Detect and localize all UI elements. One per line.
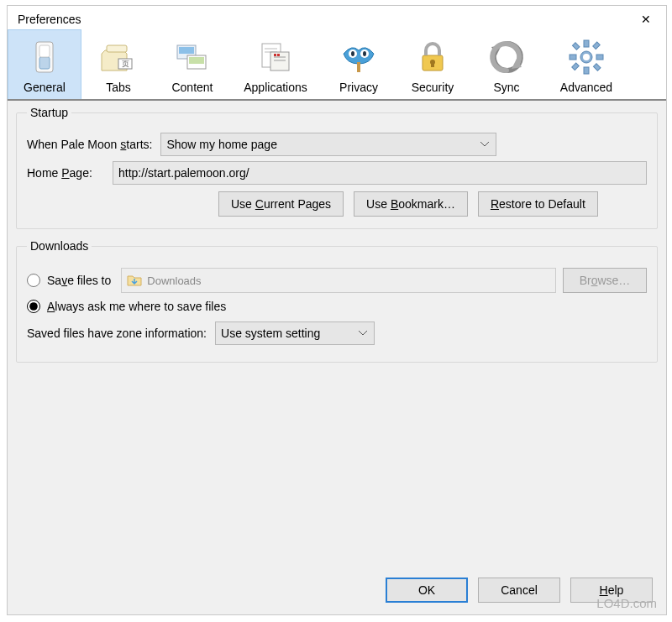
svg-rect-25	[431, 62, 434, 67]
svg-rect-27	[584, 40, 589, 47]
toolbar-general[interactable]: General	[8, 29, 81, 99]
toolbar-content[interactable]: Content	[155, 29, 229, 99]
when-starts-label: When Pale Moon starts:	[27, 138, 152, 151]
toolbar-security-label: Security	[412, 81, 454, 94]
toolbar-privacy-label: Privacy	[339, 81, 378, 94]
homepage-label: Home Page:	[27, 166, 104, 180]
svg-rect-7	[179, 47, 194, 54]
restore-default-button[interactable]: Restore to Default	[478, 191, 598, 217]
titlebar: Preferences ✕	[8, 6, 666, 29]
svg-rect-1	[39, 57, 50, 69]
use-bookmark-button[interactable]: Use Bookmark…	[354, 191, 468, 217]
svg-point-35	[583, 54, 590, 60]
toolbar-security[interactable]: Security	[396, 29, 470, 99]
svg-rect-3	[107, 45, 127, 52]
svg-rect-30	[596, 55, 603, 60]
preferences-toolbar: General 页 Tabs Co	[8, 29, 666, 101]
window-title: Preferences	[18, 13, 81, 26]
save-path-text: Downloads	[147, 274, 201, 287]
content-icon	[172, 37, 213, 77]
svg-rect-31	[572, 43, 579, 50]
sync-icon	[486, 37, 527, 77]
folder-icon	[127, 273, 142, 289]
downloads-group: Downloads Save files to Downloads Browse…	[16, 239, 658, 363]
tabs-icon: 页	[98, 37, 139, 77]
use-current-pages-button[interactable]: Use Current Pages	[218, 191, 344, 217]
svg-rect-16	[274, 54, 276, 56]
toolbar-sync[interactable]: Sync	[470, 29, 543, 99]
toolbar-tabs-label: Tabs	[106, 81, 131, 94]
general-panel: Startup When Pale Moon starts: Show my h…	[8, 101, 666, 614]
toolbar-tabs[interactable]: 页 Tabs	[81, 29, 155, 99]
svg-text:页: 页	[122, 60, 129, 68]
svg-rect-28	[584, 67, 589, 74]
general-icon	[24, 37, 65, 77]
svg-rect-22	[357, 62, 360, 72]
svg-rect-9	[189, 57, 204, 64]
svg-rect-34	[572, 63, 579, 70]
toolbar-advanced[interactable]: Advanced	[543, 29, 629, 99]
svg-point-21	[363, 51, 366, 56]
security-icon	[412, 37, 453, 77]
save-files-label: Save files to	[47, 274, 111, 287]
save-path-display: Downloads	[121, 268, 556, 293]
ok-button[interactable]: OK	[386, 578, 468, 603]
help-button[interactable]: Help	[570, 578, 653, 603]
homepage-input[interactable]	[113, 161, 647, 185]
toolbar-content-label: Content	[171, 81, 213, 94]
advanced-icon	[566, 37, 606, 77]
always-ask-radio[interactable]	[27, 300, 40, 313]
cancel-button[interactable]: Cancel	[478, 578, 560, 603]
svg-rect-17	[277, 54, 280, 56]
zone-info-label: Saved files have zone information:	[27, 327, 207, 340]
toolbar-applications[interactable]: Applications	[229, 29, 322, 99]
save-files-radio[interactable]	[27, 274, 40, 287]
svg-point-20	[351, 51, 354, 56]
dialog-footer: OK Cancel Help	[8, 567, 666, 614]
svg-rect-33	[593, 42, 600, 49]
toolbar-applications-label: Applications	[244, 81, 307, 94]
privacy-icon	[339, 37, 379, 77]
preferences-window: Preferences ✕ General 页	[7, 5, 667, 615]
toolbar-general-label: General	[24, 81, 66, 94]
applications-icon	[255, 37, 296, 77]
startup-legend: Startup	[27, 106, 71, 119]
svg-rect-2	[39, 45, 50, 57]
always-ask-label: Always ask me where to save files	[47, 300, 226, 313]
toolbar-advanced-label: Advanced	[560, 81, 612, 94]
toolbar-sync-label: Sync	[493, 81, 519, 94]
browse-button[interactable]: Browse…	[563, 268, 647, 293]
close-icon[interactable]: ✕	[634, 11, 658, 28]
svg-rect-32	[593, 64, 600, 71]
when-starts-select[interactable]: Show my home page	[160, 133, 496, 156]
toolbar-privacy[interactable]: Privacy	[322, 29, 396, 99]
startup-group: Startup When Pale Moon starts: Show my h…	[16, 106, 658, 229]
downloads-legend: Downloads	[27, 239, 92, 253]
svg-rect-29	[570, 55, 576, 60]
zone-info-select[interactable]: Use system setting	[215, 321, 375, 345]
